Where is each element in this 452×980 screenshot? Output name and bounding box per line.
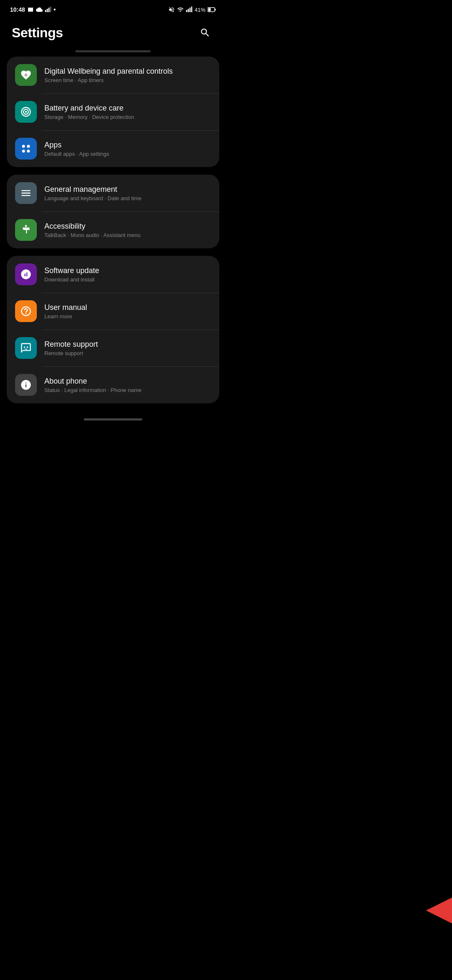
status-bar: 10:48 • 41% — [0, 0, 226, 17]
svg-rect-4 — [186, 10, 187, 12]
signal-right-icon — [186, 6, 193, 13]
battery-care-icon — [15, 101, 37, 123]
svg-point-16 — [27, 150, 30, 152]
svg-point-18 — [25, 225, 27, 227]
svg-point-14 — [27, 145, 30, 148]
user-manual-icon — [15, 300, 37, 322]
svg-rect-5 — [188, 9, 189, 12]
digital-wellbeing-subtitle: Screen time · App timers — [44, 77, 211, 83]
settings-item-apps[interactable]: Apps Default apps · App settings — [7, 130, 219, 167]
general-management-title: General management — [44, 185, 211, 194]
status-right: 41% — [168, 6, 216, 13]
general-management-subtitle: Language and keyboard · Date and time — [44, 195, 211, 201]
svg-rect-7 — [191, 7, 193, 12]
photo-icon — [27, 6, 34, 13]
svg-point-20 — [27, 346, 28, 348]
settings-item-about-phone[interactable]: About phone Status · Legal information ·… — [7, 366, 219, 403]
svg-rect-0 — [45, 10, 46, 12]
dot-indicator: • — [54, 6, 56, 13]
status-time: 10:48 — [10, 6, 25, 13]
cloud-icon — [36, 6, 43, 13]
settings-item-software-update[interactable]: Software update Download and install — [7, 256, 219, 293]
svg-point-15 — [22, 150, 25, 152]
svg-rect-9 — [208, 8, 211, 11]
digital-wellbeing-icon — [15, 64, 37, 86]
apps-icon — [15, 138, 37, 160]
accessibility-icon — [15, 219, 37, 241]
svg-rect-3 — [50, 7, 51, 12]
settings-group-3: Software update Download and install Use… — [7, 256, 219, 403]
page-title: Settings — [12, 25, 63, 41]
general-management-text: General management Language and keyboard… — [44, 185, 211, 201]
wifi-icon — [177, 6, 184, 13]
settings-item-remote-support[interactable]: Remote support Remote support — [7, 330, 219, 366]
search-icon — [200, 27, 211, 38]
remote-support-text: Remote support Remote support — [44, 340, 211, 356]
search-button[interactable] — [196, 23, 214, 42]
settings-group-2: General management Language and keyboard… — [7, 175, 219, 248]
software-update-icon — [15, 263, 37, 285]
software-update-text: Software update Download and install — [44, 266, 211, 283]
settings-item-general[interactable]: General management Language and keyboard… — [7, 175, 219, 211]
home-indicator[interactable] — [84, 418, 142, 420]
apps-subtitle: Default apps · App settings — [44, 151, 211, 157]
remote-support-title: Remote support — [44, 340, 211, 349]
battery-care-text: Battery and device care Storage · Memory… — [44, 104, 211, 120]
svg-point-19 — [24, 346, 26, 348]
digital-wellbeing-title: Digital Wellbeing and parental controls — [44, 67, 211, 76]
user-manual-title: User manual — [44, 303, 211, 312]
general-management-icon — [15, 182, 37, 204]
user-manual-text: User manual Learn more — [44, 303, 211, 320]
user-manual-subtitle: Learn more — [44, 313, 211, 320]
battery-care-title: Battery and device care — [44, 104, 211, 113]
svg-point-11 — [25, 74, 28, 77]
settings-item-battery[interactable]: Battery and device care Storage · Memory… — [7, 93, 219, 130]
settings-item-digital-wellbeing[interactable]: Digital Wellbeing and parental controls … — [7, 57, 219, 93]
scroll-indicator — [0, 50, 226, 52]
bottom-navigation-pill — [0, 411, 226, 425]
remote-support-icon — [15, 337, 37, 359]
battery-care-subtitle: Storage · Memory · Device protection — [44, 114, 211, 120]
svg-rect-10 — [215, 9, 216, 10]
about-phone-icon — [15, 374, 37, 396]
signal-icon — [45, 6, 51, 13]
software-update-subtitle: Download and install — [44, 276, 211, 283]
svg-rect-2 — [48, 8, 49, 12]
settings-group-1: Digital Wellbeing and parental controls … — [7, 57, 219, 167]
battery-text: 41% — [195, 7, 205, 13]
about-phone-subtitle: Status · Legal information · Phone name — [44, 387, 211, 393]
battery-icon — [208, 7, 216, 12]
remote-support-subtitle: Remote support — [44, 350, 211, 356]
mute-icon — [168, 6, 175, 13]
software-update-title: Software update — [44, 266, 211, 275]
svg-point-13 — [22, 145, 25, 148]
header: Settings — [0, 17, 226, 50]
accessibility-subtitle: TalkBack · Mono audio · Assistant menu — [44, 232, 211, 238]
settings-item-user-manual[interactable]: User manual Learn more — [7, 293, 219, 330]
about-phone-title: About phone — [44, 377, 211, 386]
apps-text: Apps Default apps · App settings — [44, 141, 211, 157]
svg-rect-6 — [190, 8, 191, 12]
svg-rect-1 — [46, 9, 48, 12]
svg-point-12 — [25, 111, 27, 113]
status-left: 10:48 • — [10, 6, 56, 13]
accessibility-text: Accessibility TalkBack · Mono audio · As… — [44, 222, 211, 238]
about-phone-text: About phone Status · Legal information ·… — [44, 377, 211, 393]
settings-item-accessibility[interactable]: Accessibility TalkBack · Mono audio · As… — [7, 211, 219, 248]
accessibility-title: Accessibility — [44, 222, 211, 231]
apps-title: Apps — [44, 141, 211, 150]
digital-wellbeing-text: Digital Wellbeing and parental controls … — [44, 67, 211, 83]
